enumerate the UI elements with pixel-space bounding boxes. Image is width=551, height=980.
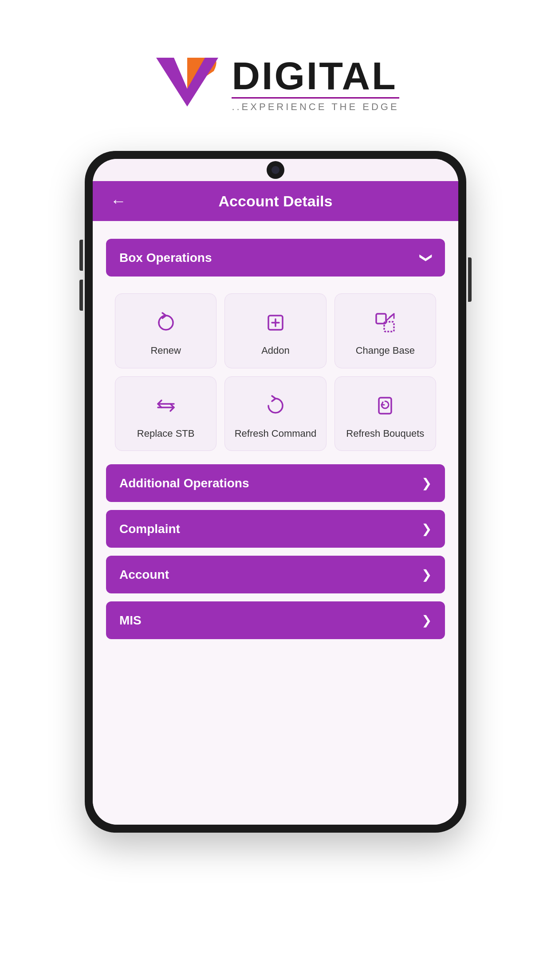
addon-label: Addon xyxy=(261,344,290,357)
renew-icon xyxy=(150,307,181,338)
camera-notch xyxy=(267,161,284,179)
page-title: Account Details xyxy=(219,193,333,210)
refresh-command-label: Refresh Command xyxy=(235,427,317,440)
back-button[interactable]: ← xyxy=(110,192,126,210)
complaint-chevron-icon: ❯ xyxy=(421,522,432,536)
complaint-section: Complaint ❯ xyxy=(106,510,445,548)
addon-icon xyxy=(260,307,291,338)
replace-stb-icon xyxy=(150,390,181,421)
account-label: Account xyxy=(119,568,169,582)
account-chevron-icon: ❯ xyxy=(421,567,432,582)
addon-card[interactable]: Addon xyxy=(224,293,326,368)
logo-area: DIGITAL ..EXPERIENCE THE EDGE xyxy=(152,53,399,115)
logo-tagline: ..EXPERIENCE THE EDGE xyxy=(232,97,399,113)
v-logo-icon xyxy=(152,53,223,115)
volume-up-button xyxy=(79,240,83,271)
logo-text-area: DIGITAL ..EXPERIENCE THE EDGE xyxy=(232,56,399,113)
complaint-label: Complaint xyxy=(119,522,180,536)
change-base-card[interactable]: Change Base xyxy=(335,293,436,368)
logo-digital-text: DIGITAL xyxy=(232,56,399,95)
mis-header[interactable]: MIS ❯ xyxy=(106,601,445,639)
refresh-command-card[interactable]: Refresh Command xyxy=(224,376,326,451)
svg-rect-8 xyxy=(379,398,391,414)
replace-stb-label: Replace STB xyxy=(137,427,195,440)
power-button xyxy=(468,257,472,302)
additional-operations-label: Additional Operations xyxy=(119,476,249,490)
box-operations-label: Box Operations xyxy=(119,251,212,265)
account-section: Account ❯ xyxy=(106,556,445,593)
box-operations-header[interactable]: Box Operations ❯ xyxy=(106,239,445,277)
replace-stb-card[interactable]: Replace STB xyxy=(115,376,216,451)
mis-section: MIS ❯ xyxy=(106,601,445,639)
box-operations-section: Box Operations ❯ xyxy=(106,239,445,277)
phone-screen: ← Account Details Box Operations ❯ xyxy=(93,159,458,825)
additional-operations-section: Additional Operations ❯ xyxy=(106,464,445,502)
change-base-icon xyxy=(370,307,401,338)
change-base-label: Change Base xyxy=(356,344,415,357)
refresh-bouquets-icon xyxy=(370,390,401,421)
content-area: Box Operations ❯ xyxy=(93,221,458,825)
mis-chevron-icon: ❯ xyxy=(421,613,432,628)
app-header: ← Account Details xyxy=(93,181,458,221)
volume-down-button xyxy=(79,280,83,311)
account-header[interactable]: Account ❯ xyxy=(106,556,445,593)
refresh-bouquets-label: Refresh Bouquets xyxy=(346,427,424,440)
camera-dot xyxy=(272,166,279,174)
ops-grid: Renew Addon xyxy=(106,293,445,451)
box-operations-grid-container: Renew Addon xyxy=(106,285,445,464)
refresh-bouquets-card[interactable]: Refresh Bouquets xyxy=(335,376,436,451)
svg-line-5 xyxy=(386,314,394,321)
phone-top-bar xyxy=(93,159,458,181)
additional-operations-chevron-icon: ❯ xyxy=(421,476,432,490)
additional-operations-header[interactable]: Additional Operations ❯ xyxy=(106,464,445,502)
bottom-spacer xyxy=(106,647,445,736)
refresh-command-icon xyxy=(260,390,291,421)
renew-label: Renew xyxy=(150,344,181,357)
mis-label: MIS xyxy=(119,613,142,628)
renew-card[interactable]: Renew xyxy=(115,293,216,368)
complaint-header[interactable]: Complaint ❯ xyxy=(106,510,445,548)
box-operations-chevron-icon: ❯ xyxy=(419,253,434,263)
phone-mockup: ← Account Details Box Operations ❯ xyxy=(85,151,466,833)
